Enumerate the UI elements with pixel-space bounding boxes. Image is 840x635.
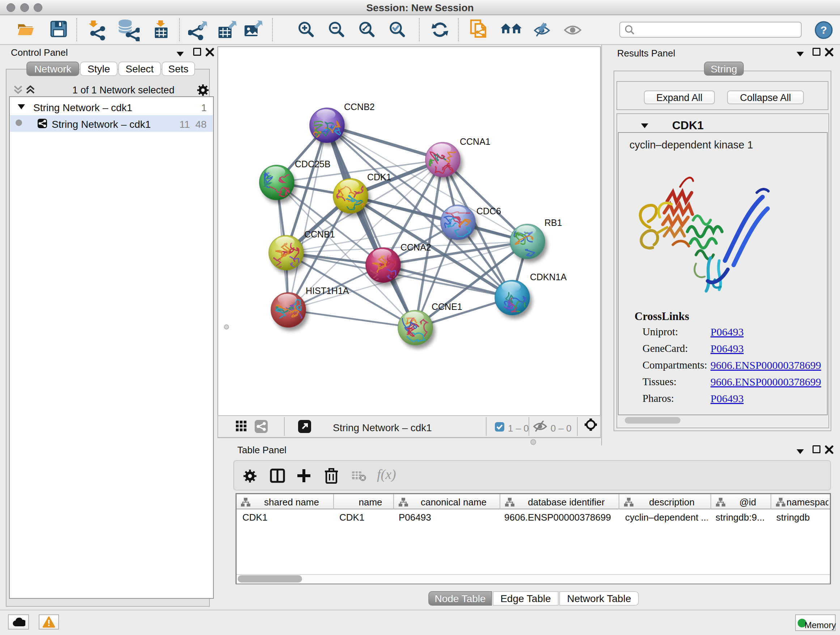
svg-text:HIST1H1A: HIST1H1A (306, 286, 349, 296)
svg-text:CCNB2: CCNB2 (344, 102, 375, 112)
svg-text:CDC6: CDC6 (477, 206, 501, 216)
svg-text:RB1: RB1 (545, 218, 562, 228)
svg-text:CCNA1: CCNA1 (460, 136, 491, 147)
svg-text:CDK1: CDK1 (367, 172, 392, 182)
svg-text:CCNB1: CCNB1 (304, 229, 335, 239)
svg-text:CDKN1A: CDKN1A (530, 272, 567, 282)
svg-text:CDC25B: CDC25B (295, 159, 331, 169)
svg-text:?: ? (821, 24, 827, 36)
svg-text:CCNE1: CCNE1 (431, 302, 462, 312)
svg-text:CCNA2: CCNA2 (401, 242, 431, 252)
